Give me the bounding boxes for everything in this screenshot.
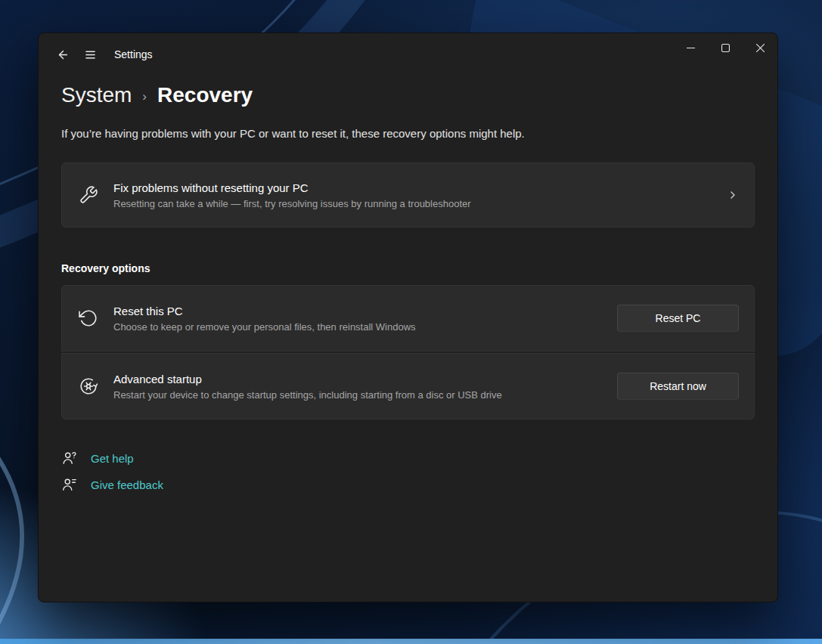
troubleshoot-card-text: Fix problems without resetting your PC R…	[113, 181, 471, 209]
give-feedback-link[interactable]: Give feedback	[61, 476, 163, 493]
give-feedback-label: Give feedback	[91, 478, 163, 491]
breadcrumb-recovery: Recovery	[157, 83, 253, 107]
reset-pc-button[interactable]: Reset PC	[617, 305, 739, 332]
settings-window: Settings System › Recovery	[38, 33, 778, 602]
give-feedback-icon	[61, 476, 78, 493]
maximize-icon	[721, 44, 730, 52]
help-links: Get help Give feedback	[61, 450, 755, 493]
troubleshoot-card[interactable]: Fix problems without resetting your PC R…	[61, 163, 755, 228]
maximize-button[interactable]	[708, 33, 743, 62]
troubleshoot-title: Fix problems without resetting your PC	[113, 181, 471, 194]
wallpaper-bottom-strip	[0, 639, 822, 644]
minimize-icon	[687, 44, 695, 52]
get-help-link[interactable]: Get help	[61, 450, 134, 466]
breadcrumb: System › Recovery	[61, 83, 755, 107]
reset-pc-subtitle: Choose to keep or remove your personal f…	[113, 321, 416, 333]
breadcrumb-system[interactable]: System	[61, 83, 132, 107]
advanced-startup-card-text: Advanced startup Restart your device to …	[113, 373, 502, 401]
reset-pc-title: Reset this PC	[113, 305, 416, 317]
advanced-startup-title: Advanced startup	[113, 373, 502, 385]
get-help-icon	[61, 450, 78, 466]
wrench-icon	[77, 185, 100, 205]
menu-button[interactable]	[76, 42, 104, 67]
advanced-startup-icon	[77, 376, 100, 396]
get-help-label: Get help	[91, 452, 134, 465]
app-title: Settings	[114, 48, 153, 60]
page-description: If you’re having problems with your PC o…	[61, 127, 755, 140]
reset-pc-card: Reset this PC Choose to keep or remove y…	[61, 285, 755, 351]
hamburger-icon	[84, 48, 97, 61]
reset-pc-icon	[77, 308, 100, 328]
minimize-button[interactable]	[673, 33, 708, 62]
back-arrow-icon	[57, 48, 70, 61]
back-button[interactable]	[49, 42, 76, 67]
titlebar: Settings	[39, 33, 777, 76]
restart-now-button[interactable]: Restart now	[617, 373, 739, 400]
reset-pc-card-text: Reset this PC Choose to keep or remove y…	[113, 305, 416, 333]
advanced-startup-subtitle: Restart your device to change startup se…	[113, 389, 502, 401]
close-icon	[756, 44, 765, 52]
troubleshoot-subtitle: Resetting can take a while — first, try …	[113, 198, 471, 209]
close-button[interactable]	[743, 33, 777, 62]
page-content: System › Recovery If you’re having probl…	[39, 83, 777, 493]
caption-controls	[673, 33, 777, 62]
breadcrumb-separator-icon: ›	[142, 89, 147, 104]
chevron-right-icon	[727, 189, 739, 201]
recovery-options-group: Reset this PC Choose to keep or remove y…	[61, 285, 755, 420]
advanced-startup-card: Advanced startup Restart your device to …	[61, 353, 755, 420]
section-header: Recovery options	[61, 262, 755, 274]
